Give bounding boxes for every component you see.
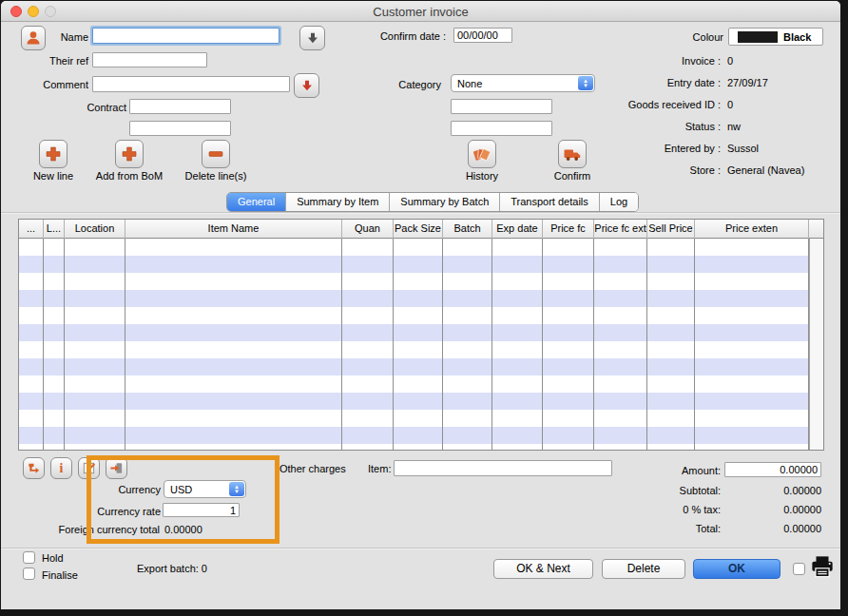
category-extra-input-1[interactable] [451, 99, 552, 114]
name-input[interactable] [92, 28, 279, 44]
comment-expand-button[interactable] [294, 73, 319, 98]
table-cell [125, 427, 342, 444]
tab-log[interactable]: Log [600, 193, 638, 211]
tab-transport-details[interactable]: Transport details [500, 193, 600, 211]
add-from-bom-button[interactable] [115, 140, 144, 168]
table-row[interactable] [19, 410, 811, 427]
delete-button[interactable]: Delete [602, 559, 685, 579]
table-cell [394, 273, 443, 290]
table-cell [443, 324, 492, 341]
table-cell [44, 444, 65, 450]
table-cell [594, 324, 647, 341]
table-row[interactable] [19, 393, 811, 410]
table-cell [443, 444, 492, 450]
table-row[interactable] [19, 341, 811, 358]
table-cell [695, 273, 809, 290]
column-header-7[interactable]: Exp date [492, 220, 543, 239]
confirm-date-input[interactable] [453, 28, 512, 43]
vertical-scrollbar[interactable] [809, 239, 823, 450]
hold-checkbox[interactable] [23, 551, 35, 564]
subtotal-value: 0.00000 [726, 485, 821, 496]
import-button[interactable] [106, 457, 127, 479]
table-cell [44, 358, 65, 375]
colour-button[interactable]: Black [728, 28, 823, 46]
table-row[interactable] [19, 444, 811, 450]
table-row[interactable] [19, 375, 811, 393]
line-info-button[interactable]: i [50, 457, 72, 479]
currency-value: USD [170, 484, 192, 495]
table-cell [543, 427, 594, 444]
contract-input-2[interactable] [129, 121, 231, 136]
table-row[interactable] [19, 273, 811, 290]
title-bar[interactable]: Customer invoice [1, 1, 840, 22]
edit-note-button[interactable] [78, 457, 100, 479]
table-row[interactable] [19, 290, 811, 307]
confirm-button[interactable] [558, 140, 587, 168]
table-cell [695, 341, 809, 358]
other-charges-item-input[interactable] [394, 460, 612, 476]
ok-next-button[interactable]: OK & Next [493, 559, 593, 579]
reallocate-button[interactable] [23, 457, 45, 479]
column-header-10[interactable]: Sell Price [647, 220, 695, 239]
table-cell [342, 290, 394, 307]
table-row[interactable] [19, 256, 811, 273]
entry-date-value: 27/09/17 [727, 77, 768, 88]
contract-input[interactable] [129, 99, 231, 114]
table-row[interactable] [19, 307, 811, 324]
delete-lines-button[interactable] [202, 140, 230, 168]
table-cell [647, 375, 695, 393]
comment-label: Comment [29, 79, 88, 90]
column-header-4[interactable]: Quan [342, 220, 394, 239]
table-cell [342, 341, 394, 358]
column-header-6[interactable]: Batch [443, 220, 492, 239]
column-header-2[interactable]: Location [65, 220, 125, 239]
comment-input[interactable] [92, 76, 290, 92]
table-cell [342, 427, 394, 444]
print-checkbox[interactable] [793, 563, 805, 575]
table-cell [125, 358, 342, 375]
table-cell [342, 256, 394, 273]
table-cell [594, 427, 647, 444]
name-lookup-button[interactable] [299, 26, 325, 50]
table-cell [695, 410, 809, 427]
column-header-3[interactable]: Item Name [125, 220, 342, 239]
table-cell [443, 290, 492, 307]
table-cell [65, 273, 125, 290]
invoice-value: 0 [727, 55, 733, 67]
column-header-5[interactable]: Pack Size [394, 220, 443, 239]
finalise-checkbox[interactable] [23, 568, 35, 580]
amount-input[interactable] [724, 462, 821, 477]
column-header-0[interactable]: ... [19, 220, 44, 239]
table-row[interactable] [19, 358, 811, 375]
table-row[interactable] [19, 427, 811, 444]
tab-summary-by-batch[interactable]: Summary by Batch [390, 193, 500, 211]
history-button[interactable] [468, 140, 496, 168]
table-cell [65, 341, 125, 358]
column-header-8[interactable]: Price fc [543, 220, 594, 239]
import-icon [109, 461, 124, 475]
goods-received-id-label: Goods received ID : [569, 99, 721, 110]
currency-select[interactable]: USD ▲▼ [164, 480, 246, 498]
printer-icon[interactable] [810, 555, 835, 582]
table-cell [65, 393, 125, 410]
tab-summary-by-item[interactable]: Summary by Item [286, 193, 390, 211]
their-ref-input[interactable] [92, 52, 207, 67]
column-header-1[interactable]: L... [44, 220, 65, 239]
tab-general[interactable]: General [227, 193, 286, 211]
new-line-button[interactable] [39, 140, 67, 168]
currency-rate-input[interactable] [163, 503, 240, 517]
table-row[interactable] [19, 324, 811, 341]
ok-button[interactable]: OK [693, 559, 781, 579]
table-cell [543, 256, 594, 273]
table-row[interactable] [19, 239, 811, 256]
table-cell [19, 410, 44, 427]
category-label: Category [384, 79, 441, 90]
table-cell [492, 256, 543, 273]
category-extra-input-2[interactable] [451, 121, 552, 136]
stepper-icon: ▲▼ [229, 482, 244, 496]
table-cell [125, 256, 342, 273]
edit-note-icon [82, 461, 96, 475]
column-header-11[interactable]: Price exten [695, 220, 809, 239]
column-header-9[interactable]: Price fc ext [594, 220, 647, 239]
table-cell [65, 427, 125, 444]
